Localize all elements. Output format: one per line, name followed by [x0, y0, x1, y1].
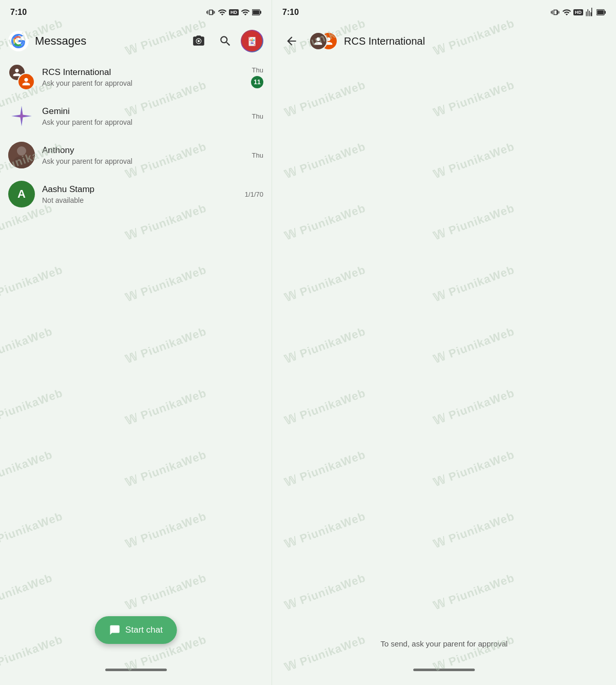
app-bar-left: Messages 🃏: [0, 25, 272, 58]
conv-time-aashu: 1/1/70: [245, 191, 263, 198]
left-panel: 7:10 HD: [0, 0, 272, 685]
aashu-initial: A: [17, 187, 26, 201]
profile-avatar[interactable]: 🃏: [241, 30, 263, 52]
conversation-item-gemini[interactable]: Gemini Ask your parent for approval Thu: [0, 97, 272, 136]
avatar-gemini: [8, 103, 35, 129]
chat-icon: [109, 624, 120, 636]
battery-icon: [252, 8, 261, 17]
conv-preview-anthony: Ask your parent for approval: [42, 157, 245, 165]
svg-rect-11: [604, 11, 606, 13]
chat-title: RCS International: [344, 35, 608, 47]
status-icons-left: HD: [206, 8, 261, 17]
chat-app-bar: RCS International: [272, 25, 616, 58]
conversation-item-anthony[interactable]: Anthony Ask your parent for approval Thu: [0, 136, 272, 175]
status-time-left: 7:10: [10, 8, 27, 17]
conversation-item-rcs[interactable]: RCS International Ask your parent for ap…: [0, 58, 272, 97]
chat-empty-space: [272, 58, 616, 631]
conv-name-gemini: Gemini: [42, 106, 245, 117]
back-button[interactable]: [280, 30, 303, 52]
conv-time-gemini: Thu: [252, 112, 263, 120]
avatar-group-rcs: [8, 64, 35, 90]
conv-meta-gemini: Thu: [252, 112, 263, 120]
status-icons-right: HD: [551, 8, 606, 17]
home-indicator-left: [105, 669, 167, 671]
chat-header-avatars: [309, 30, 338, 52]
svg-text:🃏: 🃏: [247, 36, 257, 46]
conv-body-anthony: Anthony Ask your parent for approval: [42, 145, 245, 165]
chat-avatar-1: [309, 32, 328, 50]
conv-preview-rcs: Ask your parent for approval: [42, 79, 244, 87]
vibrate-icon-right: [551, 8, 560, 17]
conv-meta-aashu: 1/1/70: [245, 191, 263, 198]
conv-preview-gemini: Ask your parent for approval: [42, 118, 245, 126]
conv-meta-rcs: Thu 11: [251, 66, 263, 88]
status-time-right: 7:10: [282, 8, 299, 17]
vibrate-icon: [206, 8, 216, 17]
bottom-bar-right: [272, 654, 616, 685]
camera-button[interactable]: [187, 30, 210, 52]
battery-icon-right: [596, 8, 606, 17]
status-bar-right: 7:10 HD: [272, 0, 616, 25]
status-bar-left: 7:10 HD: [0, 0, 272, 25]
google-logo: [8, 31, 29, 51]
signal-icon-right: [585, 8, 594, 17]
conv-name-aashu: Aashu Stamp: [42, 184, 238, 195]
svg-rect-2: [253, 10, 259, 14]
avatar-rcs-2: [17, 73, 35, 90]
avatar-anthony: [8, 142, 35, 168]
svg-rect-12: [597, 10, 604, 14]
avatar-aashu: A: [8, 181, 35, 207]
conv-time-rcs: Thu: [252, 66, 263, 74]
conv-body-gemini: Gemini Ask your parent for approval: [42, 106, 245, 126]
hd-badge-right: HD: [573, 9, 583, 15]
signal-icon: [241, 8, 250, 17]
start-chat-button[interactable]: Start chat: [94, 616, 177, 644]
start-chat-label: Start chat: [125, 625, 163, 635]
conv-body-rcs: RCS International Ask your parent for ap…: [42, 67, 244, 87]
app-title: Messages: [35, 34, 181, 48]
right-panel: 7:10 HD: [272, 0, 616, 685]
svg-rect-1: [260, 11, 261, 13]
conversation-item-aashu[interactable]: A Aashu Stamp Not available 1/1/70: [0, 175, 272, 214]
home-indicator-right: [413, 669, 475, 671]
conv-name-anthony: Anthony: [42, 145, 245, 156]
chat-content: To send, ask your parent for approval: [272, 58, 616, 654]
fab-area: Start chat: [94, 616, 177, 644]
conv-preview-aashu: Not available: [42, 196, 238, 204]
conv-meta-anthony: Thu: [252, 151, 263, 159]
conversation-list: RCS International Ask your parent for ap…: [0, 58, 272, 654]
wifi-icon: [218, 8, 227, 17]
conv-badge-rcs: 11: [251, 76, 263, 88]
wifi-icon-right: [562, 8, 571, 17]
conv-time-anthony: Thu: [252, 151, 263, 159]
bottom-bar-left: [0, 654, 272, 685]
chat-footer-text: To send, ask your parent for approval: [272, 631, 616, 654]
search-button[interactable]: [214, 30, 237, 52]
conv-body-aashu: Aashu Stamp Not available: [42, 184, 238, 204]
conv-name-rcs: RCS International: [42, 67, 244, 78]
hd-badge: HD: [229, 9, 239, 15]
toolbar-icons: 🃏: [187, 30, 263, 52]
svg-rect-9: [8, 142, 35, 168]
